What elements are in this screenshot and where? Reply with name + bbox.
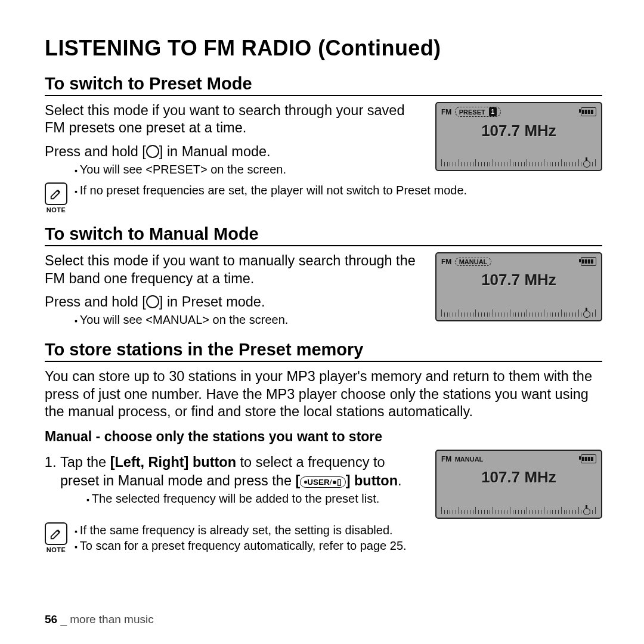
preset-bullet: You will see <PRESET> on the screen. [75,163,423,177]
user-button-icon: USER/▯ [300,476,345,488]
footer-text: more than music [70,613,153,626]
manual-bullet: You will see <MANUAL> on the screen. [75,313,423,327]
heading-store-stations: To store stations in the Preset memory [45,340,602,362]
step-1: Tap the [Left, Right] button to select a… [60,453,423,490]
page-number: 56 [45,613,57,626]
mode-pill-preset: PRESET 1 [455,107,501,117]
manual-p2: Press and hold [] in Preset mode. [45,293,423,311]
fm-label: FM [441,108,451,116]
store-note-2: To scan for a preset frequency automatic… [75,538,602,553]
mode-pill-manual: MANUAL [455,258,492,266]
step-1-sub: The selected frequency will be added to … [86,492,423,506]
page-footer: 56 _ more than music [45,613,154,626]
fm-label: FM [441,258,451,266]
tuner-marker-icon [583,160,590,168]
preset-note: If no preset frequencies are set, the pl… [75,182,602,198]
frequency-display: 107.7 MHz [441,468,596,487]
text: [ [296,473,301,488]
device-screen-manual: FM MANUAL 107.7 MHz [435,252,602,321]
battery-icon [581,454,596,463]
text: ] in Manual mode. [159,144,271,159]
tuner-ticks [441,506,596,514]
device-screen-store: FM MANUAL 107.7 MHz [435,450,602,519]
note-label: NOTE [45,206,67,213]
circle-button-icon [146,295,159,308]
heading-manual-mode: To switch to Manual Mode [45,224,602,246]
note-icon [45,522,67,545]
tuner-marker-icon [583,311,590,318]
tuner-ticks [441,308,596,317]
store-note-1: If the same frequency is already set, th… [75,522,602,538]
preset-p1: Select this mode if you want to search t… [45,102,423,137]
battery-icon [581,107,596,116]
note-icon [45,182,67,205]
text: Tap the [60,454,110,470]
text: . [398,473,402,488]
text: _ [57,613,70,626]
heading-preset-mode: To switch to Preset Mode [45,74,602,96]
manual-p1: Select this mode if you want to manually… [45,252,423,287]
frequency-display: 107.7 MHz [441,122,596,140]
bold-text: [Left, Right] button [110,454,236,470]
tuner-marker-icon [583,508,590,515]
frequency-display: 107.7 MHz [441,271,596,289]
fm-label: FM [441,455,451,463]
text: ] in Preset mode. [159,294,265,309]
store-p1: You can store up to 30 stations in your … [45,368,602,420]
preset-p2: Press and hold [] in Manual mode. [45,143,423,160]
note-label: NOTE [45,546,67,553]
circle-button-icon [146,145,159,158]
text: Press and hold [ [45,144,146,159]
battery-icon [581,257,596,266]
mode-plain-manual: MANUAL [455,456,484,463]
device-screen-preset: FM PRESET 1 107.7 MHz [435,102,602,171]
text: ] button [346,473,398,488]
preset-number: 1 [489,107,497,116]
text: Press and hold [ [45,294,146,309]
tuner-ticks [441,158,596,166]
store-subhead: Manual - choose only the stations you wa… [45,429,602,445]
page-title: LISTENING TO FM RADIO (Continued) [45,36,602,61]
